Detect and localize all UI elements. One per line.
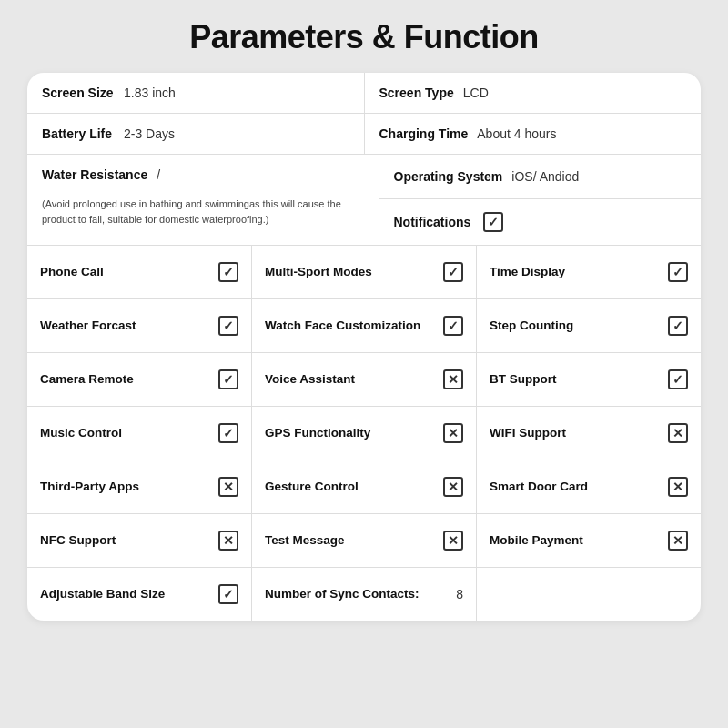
feature-checkbox-1-1 [443, 316, 463, 336]
feature-cell-6-1: Number of Sync Contacts:8 [252, 568, 477, 621]
charging-time-value: About 4 hours [477, 126, 556, 141]
feature-label-3-2: WIFI Support [490, 425, 668, 441]
battery-life-cell: Battery Life 2-3 Days [27, 114, 365, 154]
page-title: Parameters & Function [189, 18, 539, 56]
features-row-4: Third-Party AppsGesture ControlSmart Doo… [27, 460, 701, 514]
features-row-6: Adjustable Band SizeNumber of Sync Conta… [27, 568, 701, 621]
feature-cell-0-1: Multi-Sport Modes [252, 246, 477, 298]
feature-value-6-1: 8 [456, 587, 463, 602]
water-top: Water Resistance / [42, 167, 160, 182]
feature-checkbox-3-2 [668, 423, 688, 443]
features-row-0: Phone CallMulti-Sport ModesTime Display [27, 246, 701, 299]
feature-label-4-2: Smart Door Card [490, 479, 668, 495]
specs-section: Screen Size 1.83 inch Screen Type LCD Ba… [27, 73, 701, 246]
feature-label-3-1: GPS Functionality [265, 425, 443, 441]
notifications-checkbox [483, 212, 503, 232]
feature-checkbox-4-1 [443, 477, 463, 497]
features-section: Phone CallMulti-Sport ModesTime DisplayW… [27, 246, 701, 621]
charging-time-label: Charging Time [379, 126, 469, 141]
feature-label-5-0: NFC Support [40, 532, 218, 549]
feature-cell-5-2: Mobile Payment [477, 514, 701, 567]
feature-cell-0-2: Time Display [477, 246, 701, 298]
operating-system-value: iOS/ Andiod [511, 169, 579, 184]
feature-checkbox-2-2 [668, 369, 688, 389]
specs-row-screen: Screen Size 1.83 inch Screen Type LCD [27, 73, 701, 114]
feature-checkbox-0-1 [443, 262, 463, 282]
feature-cell-1-2: Step Counting [477, 299, 701, 352]
charging-time-cell: Charging Time About 4 hours [365, 114, 702, 154]
feature-label-2-1: Voice Assistant [265, 371, 443, 388]
screen-size-cell: Screen Size 1.83 inch [27, 73, 365, 113]
feature-label-0-2: Time Display [490, 264, 668, 280]
feature-label-4-1: Gesture Control [265, 479, 443, 495]
features-row-2: Camera RemoteVoice AssistantBT Support [27, 353, 701, 407]
feature-cell-3-0: Music Control [27, 407, 252, 460]
features-row-5: NFC SupportTest MessageMobile Payment [27, 514, 701, 568]
feature-cell-1-1: Watch Face Customization [252, 299, 477, 352]
feature-cell-6-0: Adjustable Band Size [27, 568, 252, 621]
feature-label-1-1: Watch Face Customization [265, 318, 443, 334]
feature-checkbox-2-1 [443, 369, 463, 389]
notifications-cell: Notifications [379, 199, 702, 245]
feature-cell-6-2 [477, 568, 701, 621]
feature-label-2-0: Camera Remote [40, 371, 218, 388]
notifications-label: Notifications [394, 215, 471, 229]
feature-cell-3-1: GPS Functionality [252, 407, 477, 460]
battery-life-value: 2-3 Days [124, 126, 175, 141]
feature-cell-2-2: BT Support [477, 353, 701, 406]
feature-label-4-0: Third-Party Apps [40, 479, 218, 495]
feature-label-1-0: Weather Forcast [40, 318, 218, 334]
feature-checkbox-1-0 [218, 316, 238, 336]
features-row-3: Music ControlGPS FunctionalityWIFI Suppo… [27, 407, 701, 460]
feature-checkbox-0-2 [668, 262, 688, 282]
feature-cell-2-1: Voice Assistant [252, 353, 477, 406]
feature-label-6-1: Number of Sync Contacts: [265, 586, 449, 602]
feature-cell-0-0: Phone Call [27, 246, 252, 298]
feature-label-1-2: Step Counting [490, 318, 668, 334]
feature-label-6-0: Adjustable Band Size [40, 586, 218, 602]
battery-life-label: Battery Life [42, 126, 115, 141]
feature-cell-3-2: WIFI Support [477, 407, 701, 460]
feature-label-5-2: Mobile Payment [490, 532, 668, 549]
feature-cell-5-0: NFC Support [27, 514, 252, 567]
feature-checkbox-3-1 [443, 423, 463, 443]
specs-row-battery: Battery Life 2-3 Days Charging Time Abou… [27, 114, 701, 155]
specs-row-water: Water Resistance / (Avoid prolonged use … [27, 155, 701, 245]
feature-checkbox-0-0 [218, 262, 238, 282]
feature-checkbox-5-0 [218, 531, 238, 551]
screen-size-label: Screen Size [42, 86, 115, 100]
water-resistance-value: / [157, 167, 160, 182]
feature-label-0-1: Multi-Sport Modes [265, 264, 443, 280]
screen-type-value: LCD [463, 86, 489, 100]
water-resistance-cell: Water Resistance / (Avoid prolonged use … [27, 155, 379, 245]
feature-label-3-0: Music Control [40, 425, 218, 441]
parameters-card: Screen Size 1.83 inch Screen Type LCD Ba… [27, 73, 701, 621]
operating-system-label: Operating System [394, 169, 503, 184]
water-resistance-label: Water Resistance [42, 167, 147, 182]
feature-label-5-1: Test Message [265, 532, 443, 549]
feature-cell-5-1: Test Message [252, 514, 477, 567]
feature-checkbox-3-0 [218, 423, 238, 443]
feature-checkbox-1-2 [668, 316, 688, 336]
feature-checkbox-5-2 [668, 531, 688, 551]
screen-size-value: 1.83 inch [124, 86, 176, 100]
feature-cell-1-0: Weather Forcast [27, 299, 252, 352]
feature-cell-2-0: Camera Remote [27, 353, 252, 406]
feature-cell-4-2: Smart Door Card [477, 460, 701, 513]
feature-label-2-2: BT Support [490, 371, 668, 388]
features-row-1: Weather ForcastWatch Face CustomizationS… [27, 299, 701, 353]
feature-checkbox-5-1 [443, 531, 463, 551]
feature-cell-4-0: Third-Party Apps [27, 460, 252, 513]
feature-checkbox-4-0 [218, 477, 238, 497]
operating-system-cell: Operating System iOS/ Andiod [379, 155, 702, 199]
right-specs-stack: Operating System iOS/ Andiod Notificatio… [379, 155, 702, 245]
feature-checkbox-6-0 [218, 584, 238, 604]
water-resistance-note: (Avoid prolonged use in bathing and swim… [42, 191, 364, 238]
feature-label-0-0: Phone Call [40, 264, 218, 280]
feature-checkbox-2-0 [218, 369, 238, 389]
screen-type-label: Screen Type [379, 86, 454, 100]
feature-cell-4-1: Gesture Control [252, 460, 477, 513]
screen-type-cell: Screen Type LCD [365, 73, 702, 113]
feature-checkbox-4-2 [668, 477, 688, 497]
